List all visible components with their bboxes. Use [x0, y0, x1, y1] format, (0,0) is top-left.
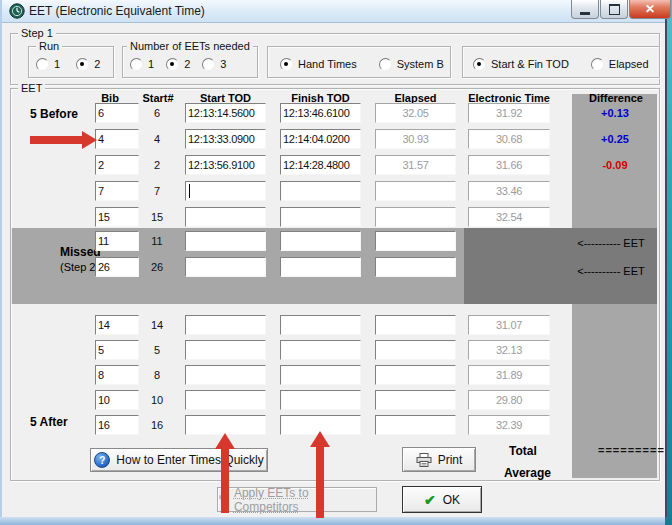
start-tod-input[interactable] [185, 390, 266, 410]
bib-input[interactable] [95, 365, 139, 385]
bib-input[interactable] [95, 103, 139, 123]
print-button[interactable]: Print [402, 447, 476, 472]
start-number: 6 [142, 103, 172, 123]
start-tod-input[interactable] [185, 231, 266, 251]
electronic-time-field [468, 415, 550, 435]
table-row: 2 -0.09 [2, 155, 665, 175]
start-tod-input[interactable] [185, 340, 266, 360]
elapsed-input[interactable] [375, 181, 456, 201]
bib-input[interactable] [95, 340, 139, 360]
radio-hand-times[interactable]: Hand Times [280, 58, 357, 71]
help-icon: ? [94, 452, 110, 468]
elapsed-input[interactable] [375, 207, 456, 227]
finish-tod-input[interactable] [280, 390, 361, 410]
elapsed-input[interactable] [375, 257, 456, 277]
apply-eets-button[interactable]: ✎ Apply EETs to Competitors [217, 487, 377, 512]
elapsed-input[interactable] [375, 340, 456, 360]
bib-input[interactable] [95, 207, 139, 227]
elapsed-input[interactable] [375, 155, 456, 175]
elapsed-input[interactable] [375, 390, 456, 410]
radio-eets-2[interactable]: 2 [166, 58, 190, 71]
close-button[interactable]: ✕ [629, 0, 671, 19]
start-number: 26 [142, 257, 172, 277]
clock-icon [9, 3, 25, 19]
start-tod-input[interactable] [185, 315, 266, 335]
elapsed-input[interactable] [375, 231, 456, 251]
ok-button[interactable]: ✔ OK [402, 486, 482, 513]
average-label: Average [504, 466, 551, 480]
start-tod-input[interactable] [185, 207, 266, 227]
annotation-arrow-up-icon [310, 431, 330, 447]
maximize-button[interactable] [600, 0, 628, 19]
start-tod-input[interactable] [185, 257, 266, 277]
eet-arrow-note: <---------- EET [568, 235, 654, 255]
radio-icon[interactable] [591, 58, 604, 71]
ok-label: OK [443, 493, 460, 507]
radio-elapsed[interactable]: Elapsed [591, 58, 649, 71]
time-mode-groupbox: Start & Fin TOD Elapsed [462, 46, 660, 78]
radio-icon[interactable] [130, 58, 143, 71]
radio-system-b[interactable]: System B [379, 58, 444, 71]
start-tod-input[interactable] [185, 129, 266, 149]
radio-icon[interactable] [280, 58, 293, 71]
elapsed-input[interactable] [375, 129, 456, 149]
elapsed-input[interactable] [375, 103, 456, 123]
bib-input[interactable] [95, 181, 139, 201]
elapsed-input[interactable] [375, 315, 456, 335]
radio-icon[interactable] [202, 58, 215, 71]
start-number: 7 [142, 181, 172, 201]
how-to-enter-times-button[interactable]: ? How to Enter Times Quickly [90, 448, 268, 472]
text-caret [189, 184, 190, 198]
finish-tod-input[interactable] [280, 103, 361, 123]
bib-input[interactable] [95, 390, 139, 410]
start-tod-input[interactable] [185, 415, 266, 435]
window-bottom-border [0, 517, 665, 525]
eet-label: EET [18, 81, 45, 96]
start-tod-input[interactable] [185, 365, 266, 385]
bib-input[interactable] [95, 415, 139, 435]
finish-tod-input[interactable] [280, 207, 361, 227]
start-tod-input[interactable] [185, 181, 266, 201]
titlebar[interactable]: EET (Electronic Equivalent Time) [2, 0, 665, 23]
finish-tod-input[interactable] [280, 129, 361, 149]
radio-icon[interactable] [166, 58, 179, 71]
radio-run-2[interactable]: 2 [76, 58, 100, 71]
radio-icon[interactable] [379, 58, 392, 71]
close-icon: ✕ [645, 2, 655, 16]
elapsed-input[interactable] [375, 415, 456, 435]
table-row: 16 [2, 415, 665, 435]
electronic-time-field [468, 103, 550, 123]
radio-icon[interactable] [76, 58, 89, 71]
finish-tod-input[interactable] [280, 340, 361, 360]
bib-input[interactable] [95, 315, 139, 335]
bib-input[interactable] [95, 155, 139, 175]
start-tod-input[interactable] [185, 103, 266, 123]
radio-icon[interactable] [36, 58, 49, 71]
finish-tod-input[interactable] [280, 181, 361, 201]
difference-value: +0.13 [577, 103, 653, 123]
elapsed-input[interactable] [375, 365, 456, 385]
finish-tod-input[interactable] [280, 365, 361, 385]
eets-needed-groupbox: Number of EETs needed 1 2 3 [122, 46, 258, 78]
radio-eets-3[interactable]: 3 [202, 58, 226, 71]
bib-input[interactable] [95, 231, 139, 251]
minimize-button[interactable] [571, 0, 599, 19]
bib-input[interactable] [95, 129, 139, 149]
radio-start-fin-tod[interactable]: Start & Fin TOD [473, 58, 569, 71]
radio-icon[interactable] [473, 58, 486, 71]
radio-eets-1[interactable]: 1 [130, 58, 154, 71]
table-row: 14 [2, 315, 665, 335]
table-row: 4 +0.25 [2, 129, 665, 149]
finish-tod-input[interactable] [280, 257, 361, 277]
table-row: 8 [2, 365, 665, 385]
electronic-time-field [468, 181, 550, 201]
finish-tod-input[interactable] [280, 231, 361, 251]
finish-tod-input[interactable] [280, 315, 361, 335]
start-tod-input[interactable] [185, 155, 266, 175]
check-icon: ✔ [424, 492, 436, 508]
table-row: 15 [2, 207, 665, 227]
minimize-icon [580, 12, 590, 15]
bib-input[interactable] [95, 257, 139, 277]
radio-run-1[interactable]: 1 [36, 58, 60, 71]
finish-tod-input[interactable] [280, 155, 361, 175]
